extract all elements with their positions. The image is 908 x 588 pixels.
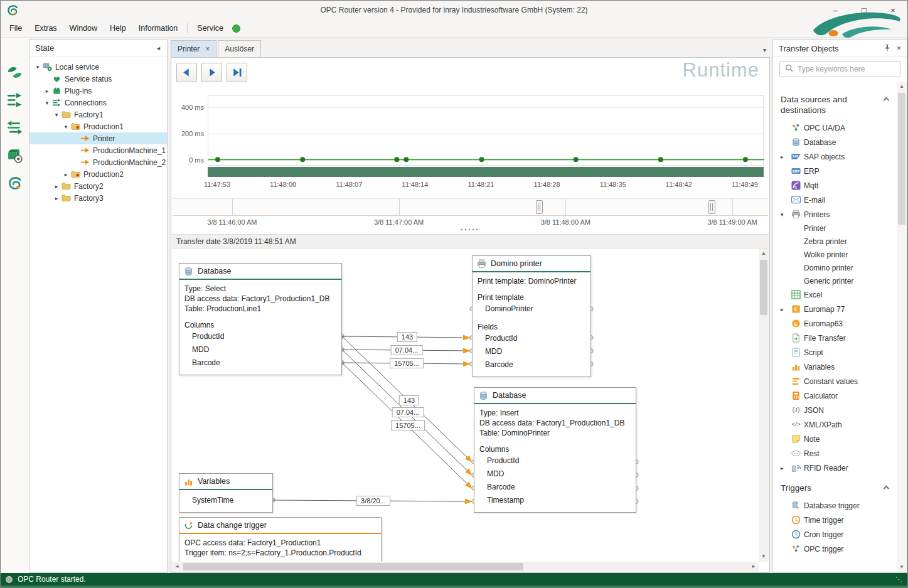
nav-last-button[interactable] (227, 63, 247, 82)
node-domino-printer[interactable]: Domino printerPrint template: DominoPrin… (472, 255, 591, 377)
expanded-expander-icon[interactable]: ▾ (52, 112, 61, 118)
collapsed-expander-icon[interactable]: ▸ (781, 465, 784, 471)
tree-item-service-status[interactable]: Service status (29, 73, 167, 85)
tree-item-factory3[interactable]: ▸Factory3 (29, 192, 167, 204)
menu-file[interactable]: File (3, 21, 28, 36)
resize-grip-icon[interactable]: ⋱ (895, 575, 902, 584)
tree-item-productionmachine-2[interactable]: ProductionMachine_2 (29, 156, 167, 168)
scroll-left-icon[interactable]: ◄ (172, 562, 182, 572)
collapsed-expander-icon[interactable]: ▸ (52, 195, 61, 201)
scroll-down-icon[interactable]: ▼ (759, 552, 769, 562)
tree-item-printer[interactable]: Printer (29, 132, 167, 144)
node-data-change-trigger[interactable]: Data change triggerOPC access data: Fact… (179, 517, 382, 562)
close-button[interactable]: × (879, 1, 907, 19)
toolbar-service-button[interactable] (6, 63, 24, 82)
tree-item-factory1[interactable]: ▾Factory1 (29, 109, 167, 120)
transfer-object-generic-printer[interactable]: Generic printer (773, 274, 897, 287)
transfer-object-sap-objects[interactable]: ▸SAPSAP objects (773, 149, 897, 164)
transfer-object-cron-trigger[interactable]: Cron trigger (773, 527, 897, 542)
section-triggers[interactable]: Triggers (773, 475, 897, 498)
node-database-insert[interactable]: DatabaseType: InsertDB access data: Fact… (474, 387, 636, 513)
minimize-button[interactable]: – (821, 1, 850, 19)
transfer-object-time-trigger[interactable]: Time trigger (773, 513, 897, 527)
menu-service[interactable]: Service (191, 21, 230, 36)
splitter-grip-icon[interactable]: ••••• (171, 227, 769, 233)
tab-printer[interactable]: Printer× (171, 40, 216, 57)
transfer-object-domino-printer[interactable]: Domino printer (773, 261, 897, 274)
menu-help[interactable]: Help (104, 21, 132, 36)
expanded-expander-icon[interactable]: ▾ (33, 64, 42, 70)
collapse-section-icon[interactable] (884, 97, 890, 104)
menu-window[interactable]: Window (63, 21, 104, 36)
nav-next-button[interactable] (201, 63, 222, 82)
tree-item-factory2[interactable]: ▸Factory2 (29, 180, 167, 192)
search-input[interactable] (798, 65, 895, 73)
section-data-sources-and-destinations[interactable]: Data sources and destinations (773, 87, 897, 120)
scroll-right-icon[interactable]: ► (749, 562, 759, 572)
scroll-up-icon[interactable]: ▲ (897, 82, 907, 92)
transfer-object-excel[interactable]: Excel (773, 287, 897, 302)
collapsed-expander-icon[interactable]: ▸ (52, 183, 61, 190)
transfer-object-variables[interactable]: Variables (773, 360, 897, 374)
transfer-object-rest[interactable]: Rest (773, 446, 897, 461)
transfer-object-opc-ua-da[interactable]: OPC UA/DA (773, 120, 897, 135)
menu-extras[interactable]: Extras (28, 21, 63, 36)
timeline-range-handle[interactable] (536, 200, 543, 214)
transfer-object-printers[interactable]: ▾Printers (773, 207, 897, 222)
transfer-object-database[interactable]: Database (773, 135, 897, 149)
scroll-thumb[interactable] (760, 260, 767, 315)
transfer-object-e-mail[interactable]: E-mail (773, 193, 897, 207)
transfer-object-calculator[interactable]: Calculator (773, 388, 897, 403)
transfer-object-rfid-reader[interactable]: ▸RFID Reader (773, 461, 897, 475)
tab-close-icon[interactable]: × (205, 45, 210, 53)
transfer-object-erp[interactable]: ERPERP (773, 164, 897, 178)
toolbar-plugins-button[interactable] (6, 146, 24, 164)
transfer-diagram[interactable]: DatabaseType: SelectDB access data: Fact… (172, 249, 759, 562)
tree-item-productionmachine-1[interactable]: ProductionMachine_1 (29, 144, 167, 156)
search-box[interactable] (779, 61, 900, 77)
transfer-object-xml-xpath[interactable]: </>XML/XPath (773, 417, 897, 432)
transfer-object-constant-values[interactable]: Constant values (773, 374, 897, 388)
transfer-object-zebra-printer[interactable]: Zebra printer (773, 235, 897, 248)
transfer-object-file-transfer[interactable]: File Transfer (773, 331, 897, 345)
scroll-thumb[interactable] (898, 93, 905, 225)
node-database-select[interactable]: DatabaseType: SelectDB access data: Fact… (179, 263, 342, 375)
expanded-expander-icon[interactable]: ▾ (781, 211, 784, 218)
runtime-chart-plot[interactable]: 400 ms200 ms0 ms (208, 95, 764, 166)
transfer-object-note[interactable]: Note (773, 432, 897, 446)
menu-information[interactable]: Information (132, 21, 184, 36)
scroll-up-icon[interactable]: ▲ (759, 249, 769, 259)
collapsed-expander-icon[interactable]: ▸ (781, 154, 784, 160)
transfer-object-json[interactable]: {J}JSON (773, 403, 897, 417)
expanded-expander-icon[interactable]: ▾ (43, 100, 51, 106)
transfer-object-printer[interactable]: Printer (773, 222, 897, 235)
diagram-horizontal-scrollbar[interactable]: ◄► (172, 562, 759, 572)
toolbar-inray-button[interactable] (6, 173, 24, 192)
collapsed-expander-icon[interactable]: ▸ (43, 88, 51, 94)
transfer-object-script[interactable]: Script (773, 345, 897, 360)
collapsed-expander-icon[interactable]: ▸ (781, 306, 784, 313)
toolbar-transfers-button[interactable] (6, 90, 24, 109)
expanded-expander-icon[interactable]: ▾ (61, 124, 70, 130)
node-variables[interactable]: VariablesSystemTime (179, 473, 273, 513)
scroll-thumb[interactable] (183, 563, 523, 570)
pin-icon[interactable] (884, 44, 891, 53)
tree-item-local-service[interactable]: ▾Local service (29, 61, 167, 73)
transfer-object-opc-trigger[interactable]: OPC trigger (773, 542, 897, 556)
tab-list-dropdown-icon[interactable]: ▾ (763, 46, 766, 53)
collapsed-expander-icon[interactable]: ▸ (61, 171, 70, 178)
maximize-button[interactable]: □ (850, 1, 879, 19)
tree-item-production2[interactable]: ▸Production2 (29, 168, 167, 180)
close-panel-icon[interactable]: × (897, 44, 901, 53)
scroll-down-icon[interactable]: ▼ (897, 562, 907, 572)
transfer-object-database-trigger[interactable]: Database trigger (773, 498, 897, 513)
timeline-range-handle[interactable] (708, 200, 715, 214)
toolbar-connections-button[interactable] (6, 118, 24, 137)
tree-item-plug-ins[interactable]: ▸Plug-ins (29, 85, 167, 97)
tab-ausl-ser[interactable]: Auslöser (218, 40, 261, 57)
collapse-section-icon[interactable] (884, 486, 890, 492)
tree-item-production1[interactable]: ▾Production1 (29, 120, 167, 132)
transfer-object-wolke-printer[interactable]: Wolke printer (773, 248, 897, 261)
diagram-vertical-scrollbar[interactable]: ▲▼ (759, 249, 769, 562)
tree-item-connections[interactable]: ▾Connections (29, 97, 167, 109)
